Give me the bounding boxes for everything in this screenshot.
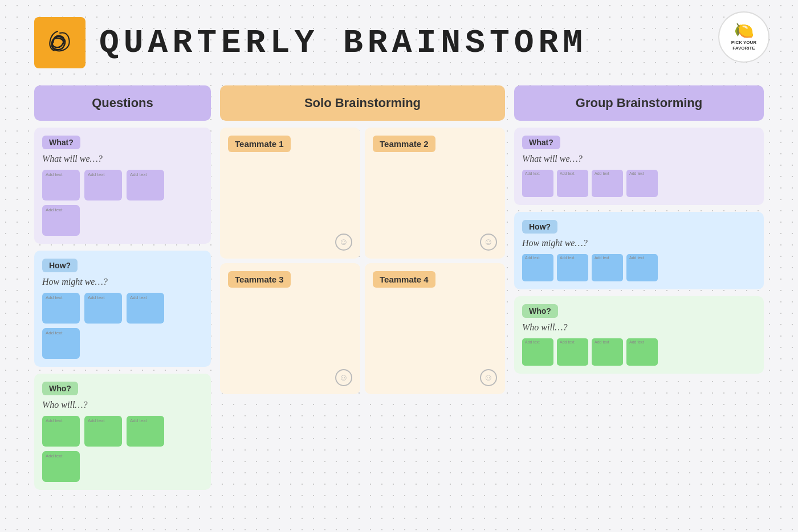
smiley-icon-3[interactable]: ☺	[335, 369, 352, 386]
group-how-label: How?	[522, 220, 557, 234]
question-card-what: What? What will we…? Add text Add text A…	[34, 128, 211, 244]
how-stickies: Add text Add text Add text Add text	[42, 293, 203, 359]
group-sticky-note[interactable]: Add text	[592, 254, 623, 281]
what-stickies: Add text Add text Add text Add text	[42, 170, 203, 236]
logo-box	[34, 17, 85, 68]
teammate-1-box: Teammate 1 ☺	[220, 128, 360, 259]
question-card-how: How? How might we…? Add text Add text Ad…	[34, 251, 211, 367]
header: QUARTERLY BRAINSTORM	[34, 17, 764, 68]
sticky-note[interactable]: Add text	[84, 416, 122, 447]
smiley-icon-2[interactable]: ☺	[480, 234, 497, 251]
group-sticky-note[interactable]: Add text	[592, 170, 623, 197]
sticky-note[interactable]: Add text	[127, 293, 164, 324]
how-sub: How might we…?	[42, 277, 203, 287]
sticky-note[interactable]: Add text	[84, 293, 122, 324]
smiley-icon-4[interactable]: ☺	[480, 369, 497, 386]
group-what-section: What? What will we…? Add text Add text A…	[514, 128, 764, 205]
group-sticky-note[interactable]: Add text	[626, 170, 658, 197]
sticky-note[interactable]: Add text	[127, 416, 164, 447]
teammate-4-label: Teammate 4	[373, 271, 435, 288]
questions-column-header: Questions	[34, 85, 211, 121]
group-column-header: Group Brainstorming	[514, 85, 764, 121]
group-what-stickies: Add text Add text Add text Add text	[522, 170, 756, 197]
question-card-who: Who? Who will…? Add text Add text Add te…	[34, 374, 211, 490]
who-stickies: Add text Add text Add text Add text	[42, 416, 203, 482]
group-how-stickies: Add text Add text Add text Add text	[522, 254, 756, 281]
group-how-sub: How might we…?	[522, 238, 756, 248]
sticky-note[interactable]: Add text	[42, 205, 80, 236]
questions-column: Questions What? What will we…? Add text …	[34, 85, 211, 497]
logo-icon	[42, 24, 79, 62]
group-who-stickies: Add text Add text Add text Add text	[522, 338, 756, 366]
sticky-note[interactable]: Add text	[42, 293, 80, 324]
teammate-3-box: Teammate 3 ☺	[220, 263, 360, 394]
sticky-note[interactable]: Add text	[42, 328, 80, 359]
sticky-note[interactable]: Add text	[42, 170, 80, 200]
pick-favorite-badge: 🍋 PICK YOURFAVORITE	[718, 11, 769, 63]
group-who-sub: Who will…?	[522, 322, 756, 333]
teammate-3-label: Teammate 3	[228, 271, 291, 288]
what-label: What?	[42, 136, 80, 149]
who-label: Who?	[42, 382, 78, 395]
group-how-section: How? How might we…? Add text Add text Ad…	[514, 212, 764, 289]
smiley-icon-1[interactable]: ☺	[335, 234, 352, 251]
group-who-label: Who?	[522, 304, 558, 318]
page-title: QUARTERLY BRAINSTORM	[99, 24, 587, 62]
solo-column-header: Solo Brainstorming	[220, 85, 505, 121]
group-sticky-note[interactable]: Add text	[522, 254, 553, 281]
teammate-1-label: Teammate 1	[228, 136, 291, 152]
page: QUARTERLY BRAINSTORM 🍋 PICK YOURFAVORITE…	[0, 0, 798, 532]
sticky-note[interactable]: Add text	[127, 170, 164, 200]
teammate-2-box: Teammate 2 ☺	[365, 128, 505, 259]
teammate-2-label: Teammate 2	[373, 136, 435, 152]
group-sticky-note[interactable]: Add text	[626, 338, 658, 366]
solo-grid: Teammate 1 ☺ Teammate 2 ☺ Teammate 3 ☺ T…	[220, 128, 505, 394]
group-what-label: What?	[522, 136, 560, 149]
group-sticky-note[interactable]: Add text	[557, 338, 588, 366]
how-label: How?	[42, 259, 78, 272]
main-columns: Questions What? What will we…? Add text …	[34, 85, 764, 497]
teammate-4-box: Teammate 4 ☺	[365, 263, 505, 394]
group-column: Group Brainstorming What? What will we…?…	[514, 85, 764, 380]
group-sticky-note[interactable]: Add text	[557, 254, 588, 281]
group-sticky-note[interactable]: Add text	[522, 338, 553, 366]
group-sticky-note[interactable]: Add text	[522, 170, 553, 197]
group-sticky-note[interactable]: Add text	[557, 170, 588, 197]
badge-text: PICK YOURFAVORITE	[731, 40, 756, 51]
solo-column: Solo Brainstorming Teammate 1 ☺ Teammate…	[220, 85, 505, 394]
who-sub: Who will…?	[42, 400, 203, 410]
sticky-note[interactable]: Add text	[84, 170, 122, 200]
group-sticky-note[interactable]: Add text	[592, 338, 623, 366]
group-sticky-note[interactable]: Add text	[626, 254, 658, 281]
sticky-note[interactable]: Add text	[42, 451, 80, 482]
what-sub: What will we…?	[42, 154, 203, 164]
sticky-note[interactable]: Add text	[42, 416, 80, 447]
group-what-sub: What will we…?	[522, 154, 756, 164]
group-who-section: Who? Who will…? Add text Add text Add te…	[514, 296, 764, 374]
